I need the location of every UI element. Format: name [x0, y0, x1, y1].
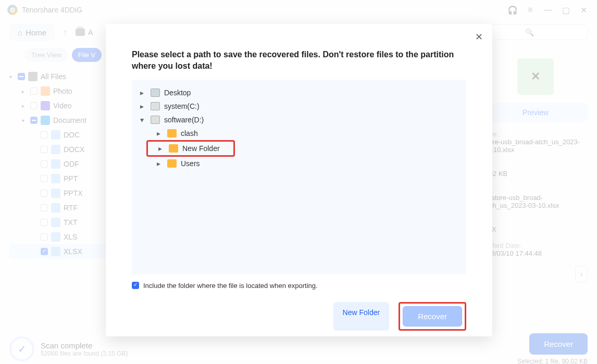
desktop-icon [151, 89, 160, 97]
folder-new-folder-highlighted[interactable]: ▸ New Folder [146, 140, 235, 157]
folder-system-c[interactable]: ▸ system(C:) [136, 99, 462, 113]
dialog-recover-button[interactable]: Recover [403, 306, 462, 327]
include-checkbox[interactable] [132, 282, 139, 289]
folder-icon [167, 129, 177, 137]
recover-button-highlight: Recover [399, 302, 466, 331]
folder-desktop[interactable]: ▸ Desktop [136, 86, 462, 99]
folder-software-d[interactable]: ▾ software(D:) [136, 113, 462, 127]
folder-icon [169, 144, 178, 153]
drive-icon [151, 102, 160, 110]
caret-icon[interactable]: ▾ [140, 116, 146, 124]
caret-icon[interactable]: ▸ [140, 102, 146, 110]
folder-label: software(D:) [164, 116, 204, 124]
folder-label: Desktop [164, 89, 191, 97]
new-folder-button[interactable]: New Folder [333, 302, 390, 331]
folder-label: New Folder [182, 144, 220, 153]
caret-icon[interactable]: ▸ [157, 159, 163, 168]
folder-tree: ▸ Desktop ▸ system(C:) ▾ software(D:) ▸ … [132, 80, 466, 274]
dialog-close-button[interactable]: ✕ [475, 31, 483, 43]
caret-icon[interactable]: ▸ [158, 144, 165, 153]
include-option[interactable]: Include the folder where the file is loc… [132, 282, 466, 290]
dialog-actions: New Folder Recover [132, 302, 466, 331]
folder-label: system(C:) [164, 102, 200, 110]
folder-icon [167, 159, 177, 168]
save-path-dialog: ✕ Please select a path to save the recov… [106, 24, 492, 336]
caret-icon[interactable]: ▸ [140, 89, 146, 97]
caret-icon[interactable]: ▸ [157, 129, 163, 137]
folder-label: Users [181, 159, 200, 168]
dialog-heading: Please select a path to save the recover… [132, 49, 466, 72]
drive-icon [151, 116, 160, 124]
folder-label: clash [181, 129, 198, 137]
include-label: Include the folder where the file is loc… [143, 282, 318, 290]
folder-users[interactable]: ▸ Users [136, 157, 462, 170]
folder-clash[interactable]: ▸ clash [136, 127, 462, 140]
